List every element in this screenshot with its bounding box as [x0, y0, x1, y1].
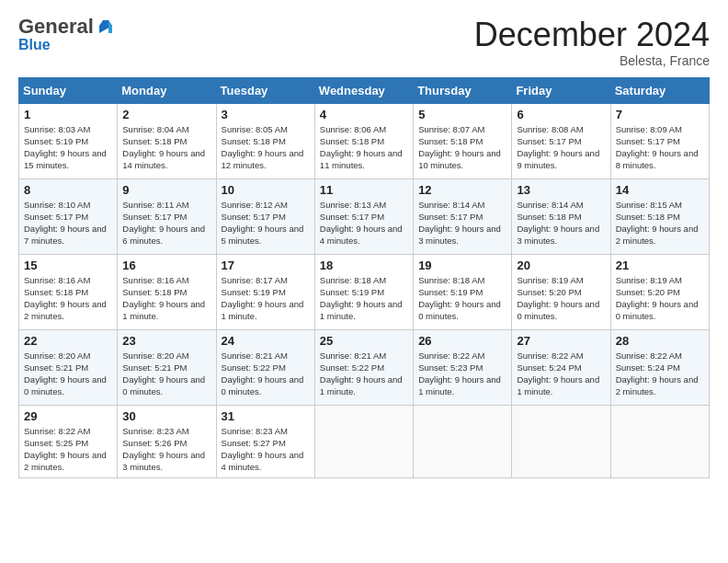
day-number: 29: [24, 409, 112, 423]
calendar-day-cell: 29Sunrise: 8:22 AMSunset: 5:25 PMDayligh…: [19, 405, 118, 477]
month-title: December 2024: [474, 17, 710, 53]
calendar-day-cell: 16Sunrise: 8:16 AMSunset: 5:18 PMDayligh…: [118, 254, 216, 329]
calendar-day-cell: 14Sunrise: 8:15 AMSunset: 5:18 PMDayligh…: [610, 178, 709, 254]
calendar-day-cell: 21Sunrise: 8:19 AMSunset: 5:20 PMDayligh…: [610, 254, 709, 329]
calendar-day-cell: 25Sunrise: 8:21 AMSunset: 5:22 PMDayligh…: [314, 329, 413, 405]
day-number: 6: [517, 108, 605, 121]
day-info: Sunrise: 8:06 AMSunset: 5:18 PMDaylight:…: [320, 123, 408, 172]
day-number: 12: [418, 183, 506, 197]
logo-blue-text: Blue: [18, 37, 51, 53]
subtitle: Belesta, France: [474, 53, 710, 68]
day-number: 5: [418, 108, 506, 121]
day-info: Sunrise: 8:14 AMSunset: 5:17 PMDaylight:…: [418, 199, 506, 247]
day-info: Sunrise: 8:22 AMSunset: 5:25 PMDaylight:…: [24, 425, 112, 474]
day-info: Sunrise: 8:23 AMSunset: 5:26 PMDaylight:…: [122, 425, 210, 474]
day-number: 20: [517, 259, 605, 272]
calendar-day-header: Tuesday: [216, 77, 314, 103]
day-number: 2: [122, 108, 210, 121]
day-number: 25: [320, 334, 408, 348]
day-info: Sunrise: 8:20 AMSunset: 5:21 PMDaylight:…: [24, 350, 112, 398]
day-number: 28: [616, 334, 704, 348]
day-info: Sunrise: 8:09 AMSunset: 5:17 PMDaylight:…: [616, 123, 704, 172]
day-number: 31: [222, 409, 310, 423]
header: General Blue December 2024 Belesta, Fran…: [18, 17, 710, 68]
calendar-day-cell: 11Sunrise: 8:13 AMSunset: 5:17 PMDayligh…: [314, 178, 413, 254]
day-info: Sunrise: 8:19 AMSunset: 5:20 PMDaylight:…: [616, 274, 704, 323]
calendar-day-cell: [414, 405, 512, 477]
day-number: 23: [122, 334, 210, 348]
calendar-week-row: 1Sunrise: 8:03 AMSunset: 5:19 PMDaylight…: [19, 103, 710, 178]
page-container: General Blue December 2024 Belesta, Fran…: [0, 0, 728, 488]
calendar-day-cell: 6Sunrise: 8:08 AMSunset: 5:17 PMDaylight…: [512, 103, 610, 178]
day-number: 26: [418, 334, 506, 348]
calendar-day-header: Friday: [512, 77, 610, 103]
calendar-day-cell: 19Sunrise: 8:18 AMSunset: 5:19 PMDayligh…: [414, 254, 512, 329]
day-number: 3: [222, 108, 310, 121]
calendar-day-cell: [314, 405, 413, 477]
day-info: Sunrise: 8:18 AMSunset: 5:19 PMDaylight:…: [320, 274, 408, 323]
calendar-day-cell: 17Sunrise: 8:17 AMSunset: 5:19 PMDayligh…: [216, 254, 314, 329]
calendar-day-cell: 10Sunrise: 8:12 AMSunset: 5:17 PMDayligh…: [216, 178, 314, 254]
calendar-day-cell: 8Sunrise: 8:10 AMSunset: 5:17 PMDaylight…: [19, 178, 118, 254]
calendar-day-cell: 28Sunrise: 8:22 AMSunset: 5:24 PMDayligh…: [610, 329, 709, 405]
calendar-day-header: Sunday: [19, 77, 118, 103]
day-info: Sunrise: 8:22 AMSunset: 5:24 PMDaylight:…: [517, 350, 605, 398]
day-info: Sunrise: 8:05 AMSunset: 5:18 PMDaylight:…: [222, 123, 310, 172]
calendar-day-cell: 18Sunrise: 8:18 AMSunset: 5:19 PMDayligh…: [314, 254, 413, 329]
calendar-day-cell: 15Sunrise: 8:16 AMSunset: 5:18 PMDayligh…: [19, 254, 118, 329]
day-info: Sunrise: 8:07 AMSunset: 5:18 PMDaylight:…: [418, 123, 506, 172]
day-info: Sunrise: 8:17 AMSunset: 5:19 PMDaylight:…: [222, 274, 310, 323]
calendar-day-cell: 9Sunrise: 8:11 AMSunset: 5:17 PMDaylight…: [118, 178, 216, 254]
day-info: Sunrise: 8:14 AMSunset: 5:18 PMDaylight:…: [517, 199, 605, 247]
calendar-day-cell: 7Sunrise: 8:09 AMSunset: 5:17 PMDaylight…: [610, 103, 709, 178]
calendar-day-cell: 22Sunrise: 8:20 AMSunset: 5:21 PMDayligh…: [19, 329, 118, 405]
day-number: 15: [24, 259, 112, 272]
calendar-day-cell: 27Sunrise: 8:22 AMSunset: 5:24 PMDayligh…: [512, 329, 610, 405]
calendar-day-cell: 26Sunrise: 8:22 AMSunset: 5:23 PMDayligh…: [414, 329, 512, 405]
calendar-day-cell: 3Sunrise: 8:05 AMSunset: 5:18 PMDaylight…: [216, 103, 314, 178]
calendar-day-cell: 20Sunrise: 8:19 AMSunset: 5:20 PMDayligh…: [512, 254, 610, 329]
day-number: 7: [616, 108, 704, 121]
calendar-day-cell: 2Sunrise: 8:04 AMSunset: 5:18 PMDaylight…: [118, 103, 216, 178]
day-info: Sunrise: 8:23 AMSunset: 5:27 PMDaylight:…: [222, 425, 310, 474]
day-number: 4: [320, 108, 408, 121]
logo-general-text: General: [18, 17, 94, 37]
day-info: Sunrise: 8:16 AMSunset: 5:18 PMDaylight:…: [122, 274, 210, 323]
calendar-day-cell: 31Sunrise: 8:23 AMSunset: 5:27 PMDayligh…: [216, 405, 314, 477]
calendar-day-header: Thursday: [414, 77, 512, 103]
calendar-week-row: 8Sunrise: 8:10 AMSunset: 5:17 PMDaylight…: [19, 178, 710, 254]
day-number: 16: [122, 259, 210, 272]
calendar-day-header: Wednesday: [314, 77, 413, 103]
day-info: Sunrise: 8:20 AMSunset: 5:21 PMDaylight:…: [122, 350, 210, 398]
day-info: Sunrise: 8:21 AMSunset: 5:22 PMDaylight:…: [222, 350, 310, 398]
day-number: 9: [122, 183, 210, 197]
svg-marker-1: [108, 20, 112, 33]
day-number: 24: [222, 334, 310, 348]
calendar-day-cell: 23Sunrise: 8:20 AMSunset: 5:21 PMDayligh…: [118, 329, 216, 405]
day-info: Sunrise: 8:08 AMSunset: 5:17 PMDaylight:…: [517, 123, 605, 172]
calendar-day-cell: [610, 405, 709, 477]
day-info: Sunrise: 8:21 AMSunset: 5:22 PMDaylight:…: [320, 350, 408, 398]
calendar-day-cell: 13Sunrise: 8:14 AMSunset: 5:18 PMDayligh…: [512, 178, 610, 254]
calendar-day-header: Monday: [118, 77, 216, 103]
day-info: Sunrise: 8:11 AMSunset: 5:17 PMDaylight:…: [122, 199, 210, 247]
day-number: 18: [320, 259, 408, 272]
day-number: 11: [320, 183, 408, 197]
calendar-day-cell: 1Sunrise: 8:03 AMSunset: 5:19 PMDaylight…: [19, 103, 118, 178]
day-number: 8: [24, 183, 112, 197]
day-info: Sunrise: 8:19 AMSunset: 5:20 PMDaylight:…: [517, 274, 605, 323]
logo: General Blue: [18, 17, 116, 53]
day-number: 13: [517, 183, 605, 197]
calendar-week-row: 22Sunrise: 8:20 AMSunset: 5:21 PMDayligh…: [19, 329, 710, 405]
day-number: 14: [616, 183, 704, 197]
calendar-header-row: SundayMondayTuesdayWednesdayThursdayFrid…: [19, 77, 710, 103]
day-number: 30: [122, 409, 210, 423]
day-info: Sunrise: 8:15 AMSunset: 5:18 PMDaylight:…: [616, 199, 704, 247]
calendar-day-cell: 4Sunrise: 8:06 AMSunset: 5:18 PMDaylight…: [314, 103, 413, 178]
day-number: 17: [222, 259, 310, 272]
day-info: Sunrise: 8:10 AMSunset: 5:17 PMDaylight:…: [24, 199, 112, 247]
day-number: 10: [222, 183, 310, 197]
calendar-day-cell: 5Sunrise: 8:07 AMSunset: 5:18 PMDaylight…: [414, 103, 512, 178]
day-info: Sunrise: 8:16 AMSunset: 5:18 PMDaylight:…: [24, 274, 112, 323]
day-number: 1: [24, 108, 112, 121]
